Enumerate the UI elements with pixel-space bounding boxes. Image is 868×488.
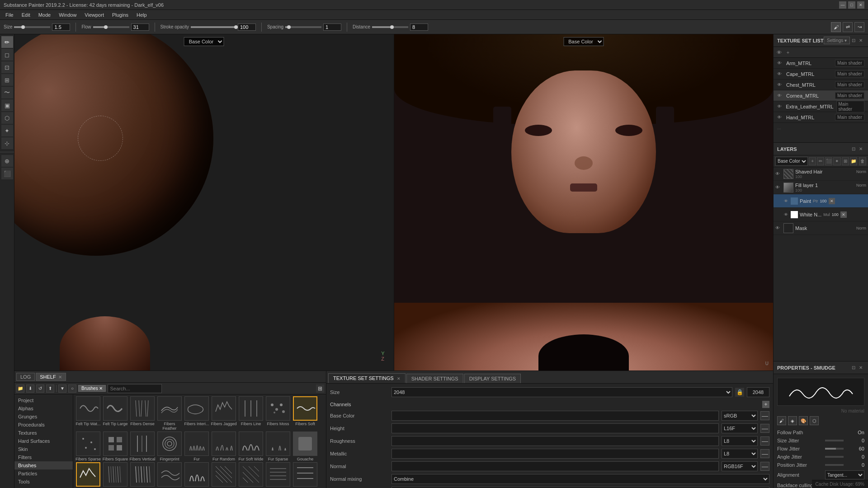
shelf-item-hair-lines-s[interactable]: Hair Lines S... (156, 462, 183, 488)
maximize-button[interactable]: □ (848, 1, 855, 9)
brush-mode-btn[interactable]: 🖌 (831, 22, 841, 32)
layers-add-paint-btn[interactable]: ✏ (817, 157, 824, 165)
layer-mask[interactable]: 👁 Mask Norm (774, 221, 868, 235)
shelf-item-hatching-s1[interactable]: Hatching S... (265, 462, 291, 488)
menu-help[interactable]: Help (133, 11, 151, 19)
shelf-item-fur[interactable]: Fur (184, 432, 210, 461)
menu-mode[interactable]: Mode (35, 11, 55, 19)
shelf-item-hair-lines-d[interactable]: Hair Lines D... (129, 462, 156, 488)
layer-white-n-close[interactable]: ✕ (840, 211, 847, 218)
layers-pop-btn[interactable]: ⊡ (850, 145, 857, 153)
props-brush-icon[interactable]: 🖌 (777, 416, 786, 425)
shelf-folder-btn[interactable]: 📁 (16, 385, 24, 393)
layers-delete-btn[interactable]: 🗑 (859, 157, 866, 165)
tss-normal-format[interactable]: RGB16F (722, 461, 758, 471)
layers-folder-btn[interactable]: 📁 (850, 157, 857, 165)
minimize-button[interactable]: — (839, 1, 846, 9)
flow-value[interactable]: 31 (131, 23, 149, 31)
eraser-tool[interactable]: ◻ (1, 49, 13, 61)
props-position-jitter-slider[interactable] (825, 464, 844, 466)
layer-shaved-hair[interactable]: 👁 Shaved Hair Norm 100 (774, 167, 868, 181)
tss-remove-roughness[interactable]: — (760, 436, 769, 446)
shelf-item-fingerprint[interactable]: Fingerprint (156, 432, 183, 461)
props-color-icon[interactable]: 🎨 (799, 416, 808, 425)
viewport-left[interactable]: Base Color Y Z (14, 34, 394, 371)
shelf-item-fibers-soft[interactable]: Fibers Soft (292, 396, 318, 431)
props-stamp-icon[interactable]: ◈ (788, 416, 797, 425)
shelf-item-fibers-jagged[interactable]: Fibers Jagged (211, 396, 237, 431)
shelf-item-fibers-moss[interactable]: Fibers Moss (265, 396, 291, 431)
spacing-value[interactable]: 1 (323, 23, 341, 31)
tss-height-format[interactable]: L16F (722, 423, 758, 433)
shelf-item-hatching-r[interactable]: Hatching R... (238, 462, 264, 488)
shelf-grid-size-btn[interactable]: ⊞ (316, 385, 324, 393)
shelf-cat-particles[interactable]: Particles (14, 469, 73, 478)
lazy-mouse-btn[interactable]: ↝ (854, 22, 864, 32)
select-tool[interactable]: ⊹ (1, 137, 13, 149)
menu-edit[interactable]: Edit (18, 11, 34, 19)
menu-file[interactable]: File (2, 11, 17, 19)
shelf-item-felt-tip-wat[interactable]: Felt Tip Wat... (75, 396, 101, 431)
shelf-circle-btn[interactable]: ○ (68, 385, 76, 393)
shelf-item-fur-soft-wide[interactable]: Fur Soft Wide (238, 432, 264, 461)
tss-size-select[interactable]: 2048 (392, 387, 732, 397)
shelf-cat-filters[interactable]: Filters (14, 453, 73, 461)
layer-paint[interactable]: 👁 Paint Ptr 100 ✕ (774, 194, 868, 208)
tsl-item-cornea[interactable]: 👁 Cornea_MTRL Main shader (774, 90, 868, 101)
props-angle-jitter-slider[interactable] (825, 456, 844, 458)
spacing-slider[interactable] (285, 26, 321, 28)
props-alignment-select[interactable]: Tangent... (825, 470, 864, 479)
shelf-item-hair-1[interactable]: Hair 1 (184, 462, 210, 488)
tss-metallic-format[interactable]: L8 (722, 449, 758, 459)
tss-remove-metallic[interactable]: — (760, 449, 769, 458)
shelf-item-fur-random[interactable]: Fur Random (211, 432, 237, 461)
shelf-item-fibers-sparse[interactable]: Fibers Sparse (75, 432, 101, 461)
shelf-cat-tools[interactable]: Tools (14, 478, 73, 486)
color-picker-tool[interactable]: ✦ (1, 125, 13, 136)
tss-add-channel-btn[interactable]: + (762, 401, 769, 408)
vp-right-channel-select[interactable]: Base Color (563, 37, 604, 46)
tsl-item-hand[interactable]: 👁 Hand_MTRL Main shader (774, 112, 868, 123)
shelf-filter-btn[interactable]: ▼ (58, 385, 66, 393)
tss-base-color-format[interactable]: sRGB (722, 411, 758, 421)
props-flow-jitter-slider[interactable] (825, 448, 844, 450)
tsl-settings-btn[interactable]: Settings ▾ (824, 37, 850, 44)
stroke-slider[interactable] (191, 26, 236, 28)
paint-tool[interactable]: ✏ (1, 36, 13, 48)
layer-fill-1[interactable]: 👁 Fill layer 1 Norm 100 (774, 181, 868, 194)
shelf-item-gouache[interactable]: Gouache (292, 432, 318, 461)
shelf-item-fibers-line[interactable]: Fibers Line (238, 396, 264, 431)
tab-display-settings[interactable]: DISPLAY SETTINGS (464, 374, 521, 383)
tss-lock-btn[interactable]: 🔒 (735, 388, 744, 397)
shelf-import-btn[interactable]: ⬇ (26, 385, 34, 393)
shelf-close-btn[interactable]: ✕ (58, 375, 62, 380)
vp-left-channel-select[interactable]: Base Color (184, 37, 224, 46)
menu-window[interactable]: Window (55, 11, 80, 19)
flow-slider[interactable] (93, 26, 129, 28)
tss-normal-mixing-select[interactable]: Combine (392, 474, 769, 484)
shelf-item-hair-lines[interactable]: Hair Lines (102, 462, 128, 488)
tab-log[interactable]: LOG (16, 373, 35, 381)
shelf-item-fur-sparse[interactable]: Fur Sparse (265, 432, 291, 461)
tss-remove-height[interactable]: — (760, 424, 769, 433)
layers-mask-btn[interactable]: ⬛ (825, 157, 832, 165)
tss-remove-base-color[interactable]: — (760, 411, 769, 420)
shelf-item-hatching-g[interactable]: Hatching G... (211, 462, 237, 488)
tss-roughness-format[interactable]: L8 (722, 436, 758, 446)
shelf-cat-alphas[interactable]: Alphas (14, 404, 73, 413)
tsl-item-cape[interactable]: 👁 Cape_MTRL Main shader (774, 69, 868, 80)
close-button[interactable]: ✕ (857, 1, 864, 9)
tss-size-input2[interactable] (747, 387, 769, 397)
tsl-close-btn[interactable]: ✕ (857, 37, 864, 44)
tsl-add-icon[interactable]: + (784, 49, 792, 56)
symmetry-btn[interactable]: ⇌ (843, 22, 853, 32)
props-size-jitter-slider[interactable] (825, 440, 844, 441)
shelf-item-fibers-dense[interactable]: Fibers Dense (129, 396, 156, 431)
shelf-cat-materials[interactable]: Materials (14, 486, 73, 488)
props-pop-btn[interactable]: ⊡ (850, 364, 857, 371)
viewport-right[interactable]: Base Color U (394, 34, 774, 371)
shelf-item-graffiti[interactable]: Graffiti (75, 462, 101, 488)
layers-close-btn[interactable]: ✕ (857, 145, 864, 153)
shelf-cat-grunges[interactable]: Grunges (14, 413, 73, 421)
tsl-pop-btn[interactable]: ⊡ (850, 37, 857, 44)
